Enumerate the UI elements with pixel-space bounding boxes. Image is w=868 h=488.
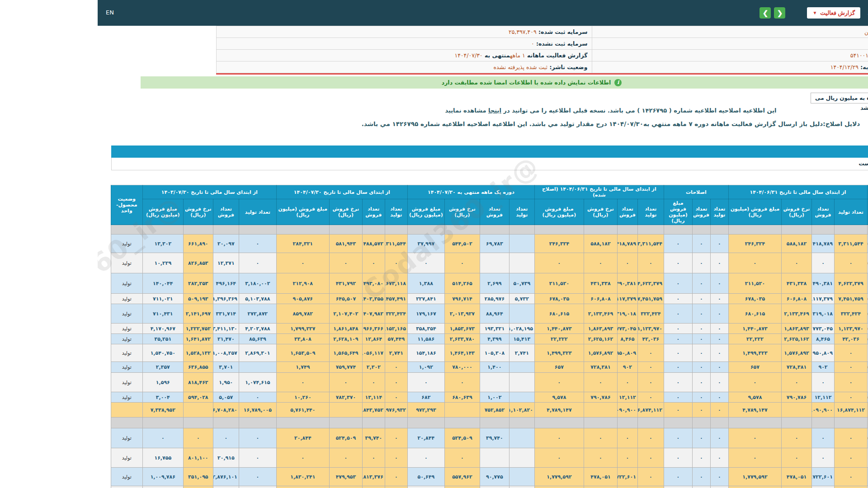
table-cell: ۰	[714, 253, 737, 273]
table-cell: ۱,۰۰۲	[382, 392, 411, 403]
table-cell: ۳,۱۸۰,۰۰۲	[141, 273, 179, 294]
table-row: شیشه مشجر دوديمتراژ(دومیله)۰۹۰۲۷۲۸,۳۸۱۶۵…	[13, 362, 851, 373]
table-cell: ۰	[737, 392, 770, 403]
table-cell: ۰	[347, 373, 382, 392]
report-type-label: گزارش فعالیت	[722, 9, 757, 16]
column-header: تعداد تولید	[287, 199, 310, 225]
table-cell: ۲۰,۸۴۴	[179, 428, 231, 448]
table-cell: ۰	[566, 344, 594, 362]
table-cell: ۰	[594, 324, 613, 334]
table-cell: ۴,۱۷۰,۹۶۷	[45, 324, 85, 334]
table-cell	[411, 373, 437, 392]
column-header: تعداد تولید	[613, 199, 631, 225]
table-cell: ۲۷۲,۸۷۲	[141, 304, 179, 324]
table-cell: ۰	[684, 448, 714, 468]
language-switch-link[interactable]: EN	[8, 9, 16, 16]
table-cell: ۲,۷۴۱	[287, 344, 310, 362]
prev-report-button[interactable]: ❮	[676, 7, 688, 19]
table-cell: ۰	[540, 373, 566, 392]
table-cell: ۰	[179, 373, 231, 392]
table-cell: ۱,۰۵۶,۱۱۷	[264, 344, 287, 362]
table-cell	[264, 225, 287, 235]
table-cell: ۰	[613, 448, 631, 468]
table-cell	[411, 304, 437, 324]
table-cell: ۰	[594, 304, 613, 324]
table-cell: ۲۱۱,۵۲۰	[631, 273, 684, 294]
table-cell	[411, 468, 437, 486]
table-cell: ۵۴۴,۵۰۲	[347, 235, 382, 253]
table-cell: ۰	[287, 373, 310, 392]
table-cell: ۶۸۰,۶۳۹	[347, 392, 382, 403]
column-header: تعداد فروش	[115, 199, 141, 225]
table-cell: ۵۹۴,۰۲۸	[85, 392, 115, 403]
table-cell: ۱,۸۵۳,۶۷۳	[347, 324, 382, 334]
table-cell	[519, 225, 540, 235]
table-cell: ۷,۴۵۱,۷۵۹	[737, 294, 770, 304]
table-cell: ۰	[594, 448, 613, 468]
info-label: منتهی به	[385, 52, 412, 59]
table-cell: ۰	[566, 373, 594, 392]
table-cell: ۳,۴۱۱,۱۳۰	[115, 324, 141, 334]
info-value: ۰	[434, 40, 437, 47]
unit-cell: متراژ(دومیله)	[770, 235, 800, 253]
table-cell: ۲,۱۴۱,۶۹۷	[85, 304, 115, 324]
table-cell: ۹۷۲,۲۹۳	[310, 403, 347, 418]
table-cell: ۱,۷۷۹,۵۹۲	[631, 468, 684, 486]
table-cell: ۰	[566, 468, 594, 486]
table-cell: ۱,۳۸۸	[310, 273, 347, 294]
status-cell: تولید	[13, 486, 45, 488]
table-cell: ۴,۶۷۳,۱۱۸	[287, 273, 310, 294]
table-cell: ۱۰,۲۶۰	[179, 392, 231, 403]
table-head: شرحاز ابتدای سال مالی تا تاریخ ۱۴۰۴/۰۶/۳…	[13, 185, 851, 225]
table-cell: ۰	[231, 253, 264, 273]
table-cell: ۲۰,۹۱۵	[115, 448, 141, 468]
status-cell: تولید	[13, 362, 45, 373]
table-cell: ۳,۳۱۱,۵۴۴	[737, 235, 770, 253]
table-cell: ۱۵,۴۱۳	[411, 334, 437, 344]
table-cell	[85, 403, 115, 418]
report-type-dropdown[interactable]: گزارش فعالیت ▼	[709, 7, 763, 19]
table-cell: ۰	[519, 428, 540, 448]
previous-version-link[interactable]: اینجا	[391, 107, 404, 114]
table-cell: ۰	[594, 362, 613, 373]
table-cell: ۲,۷۹۴	[310, 486, 347, 488]
table-cell: ۰	[566, 253, 594, 273]
table-cell: ۳۲۲,۴۲۴	[737, 304, 770, 324]
table-cell: ۰	[115, 428, 141, 448]
table-cell: ۴۹۰,۳۸۱	[714, 273, 737, 294]
table-cell: ۵۰۹,۱۹۳	[85, 294, 115, 304]
table-cell	[382, 225, 411, 235]
table-cell: ۰	[566, 403, 594, 418]
table-cell: ۱,۰۲۷,۲۸۴	[231, 486, 264, 488]
unit-cell: متراژ(دومیله)	[770, 253, 800, 273]
table-cell: ۰	[714, 373, 737, 392]
product-name-cell: شیشه لعابي	[800, 334, 851, 344]
table-cell	[310, 225, 347, 235]
info-cell-left: گزارش فعالیت ماهانه ۱ ماههمنتهی به ۱۴۰۴/…	[119, 50, 495, 61]
column-group-header: دوره یک ماهه منتهی به ۱۴۰۴/۰۷/۳۰	[310, 185, 437, 199]
table-cell: ۳۵۱,۰۹۵	[85, 468, 115, 486]
column-header: نرخ فروش (ریال)	[684, 199, 714, 225]
table-cell: ۲۱۱,۵۲۰	[437, 273, 486, 294]
table-cell	[411, 418, 437, 428]
table-cell: ۲,۱۵۲,۱۶۵	[287, 324, 310, 334]
table-cell: ۵,۱۰۳,۷۸۸	[141, 294, 179, 304]
table-cell	[613, 225, 631, 235]
section-row: فروش داخلی:	[13, 225, 851, 235]
table-cell: ۰	[287, 362, 310, 373]
table-cell: ۹۶۸,۲۲۴	[631, 486, 684, 488]
table-cell: ۰	[347, 448, 382, 468]
unit-cell: متراژ(دو میله)	[770, 344, 800, 362]
table-row: شیشه مشجر برنزمتراژ(دومیله)۰۱۲,۱۱۲۷۹۰,۷۸…	[13, 392, 851, 403]
table-row: شیشه وین وایت (فوق شفاف)متراژ(دومیله)۰۰۰…	[13, 428, 851, 448]
table-cell: ۱۹۳,۳۲۱	[382, 324, 411, 334]
table-cell: ۴۷۸,۰۵۱	[486, 468, 519, 486]
table-cell: ۲۲,۲۲۲	[631, 334, 684, 344]
table-cell: ۸۲۶,۸۵۳	[85, 253, 115, 273]
unit-cell: متراژ(دومیله)	[770, 294, 800, 304]
column-header: واحد	[770, 199, 800, 225]
table-cell: ۱,۰۳۰,۶۷۶	[684, 486, 714, 488]
column-header: مبلغ فروش (میلیون ریال)	[179, 199, 231, 225]
next-report-button[interactable]: ❯	[662, 7, 673, 19]
table-cell: ۱۷۹,۱۶۷	[310, 304, 347, 324]
